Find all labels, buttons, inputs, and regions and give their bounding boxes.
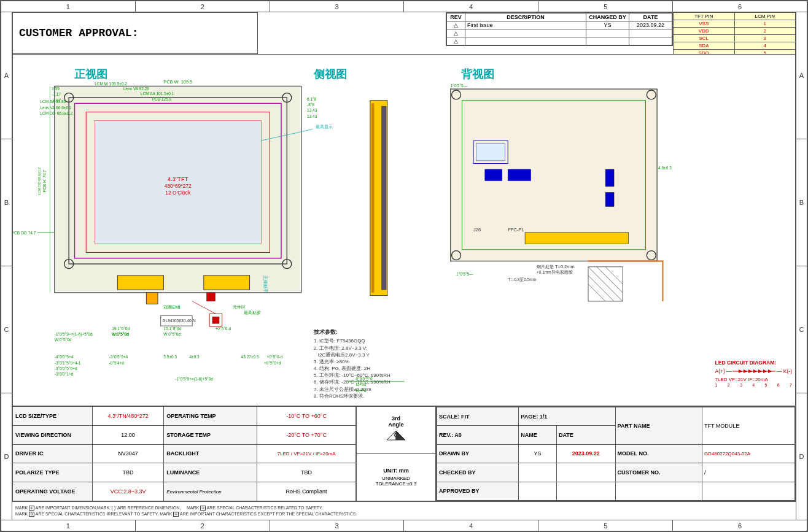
svg-text:+0°5°0-d: +0°5°0-d — [216, 326, 231, 331]
svg-rect-24 — [206, 293, 215, 301]
date-header: DATE — [556, 426, 615, 444]
svg-line-78 — [588, 276, 614, 301]
col-4-bottom: 4 — [404, 520, 538, 531]
top-ruler: 1 2 3 4 5 6 — [1, 1, 807, 12]
changed-by-row1: YS — [586, 21, 629, 29]
svg-marker-111 — [396, 431, 405, 440]
storage-temp-label: STORAGE TEMP — [164, 425, 257, 444]
svg-text:-3°0'5°9+4: -3°0'5°9+4 — [109, 355, 128, 359]
svg-text:W:0°5°0d: W:0°5°0d — [163, 332, 181, 336]
svg-text:480*69*272: 480*69*272 — [165, 183, 192, 189]
svg-text:-7.17: -7.17 — [52, 92, 61, 96]
checked-date — [556, 463, 615, 482]
svg-text:Id+Fd: Id+Fd — [355, 388, 366, 393]
svg-text:3.5±0.3: 3.5±0.3 — [163, 355, 177, 359]
svg-text:最高粘胶: 最高粘胶 — [244, 310, 261, 315]
desc-row3 — [465, 37, 586, 45]
svg-text:-1°0'5°9+=(1-6)+5°0d: -1°0'5°9+=(1-6)+5°0d — [55, 332, 93, 337]
col-2-bottom: 2 — [136, 520, 270, 531]
col-5-bottom: 5 — [538, 520, 673, 531]
svg-rect-58 — [371, 103, 375, 292]
svg-text:+0°5°0+d: +0°5°0+d — [264, 361, 281, 365]
footer-note-text: MARK ① ARE IMPORTANT DIMENSION,MARK '( )… — [15, 505, 357, 517]
col-3-bottom: 3 — [270, 520, 405, 531]
desc-row2 — [465, 29, 586, 37]
svg-text:-3°0'0°5°0+d: -3°0'0°5°0+d — [55, 366, 77, 371]
lcm-pin-header: LCM PIN — [735, 13, 796, 20]
part-name-label: PART NAME — [615, 407, 702, 445]
angle-label: 3rd — [381, 415, 411, 422]
part-name-value: TFT MODULE — [702, 407, 794, 445]
svg-text:LCM AA 101.5±0.1: LCM AA 101.5±0.1 — [141, 91, 174, 96]
backlight-value: 7LED / VF=21V / IF=20mA — [257, 444, 356, 463]
svg-text:LCM OD 66.6±0.2: LCM OD 66.6±0.2 — [37, 168, 41, 195]
customer-approval-box: CUSTOMER APPROVAL: — [12, 12, 258, 54]
svg-rect-68 — [485, 169, 502, 181]
svg-text:19.1°6°0d: 19.1°6°0d — [112, 326, 130, 331]
angle-display: 3rd Angle — [357, 407, 435, 454]
svg-text:PCB OD 74.7: PCB OD 74.7 — [13, 231, 36, 235]
svg-rect-73 — [605, 192, 614, 206]
svg-rect-18 — [204, 276, 250, 290]
footer-note-area: MARK ① ARE IMPORTANT DIMENSION,MARK '( )… — [12, 501, 796, 520]
date-row3 — [629, 37, 672, 45]
svg-text:0°0'0°5°0: 0°0'0°5°0 — [355, 377, 373, 381]
svg-text:12 O'Clock: 12 O'Clock — [165, 190, 191, 196]
svg-rect-17 — [118, 276, 164, 290]
changed-by-row2 — [586, 29, 629, 37]
svg-text:T=-0.3至0.5mm: T=-0.3至0.5mm — [508, 277, 537, 282]
rev-row2: △ — [447, 29, 465, 37]
rev-cell: REV.: A0 — [437, 426, 519, 444]
svg-text:-4°0'0°5+4: -4°0'0°5+4 — [55, 355, 74, 359]
svg-text:13.43: 13.43 — [307, 108, 317, 112]
svg-line-77 — [605, 267, 623, 284]
svg-text:元件区: 元件区 — [233, 304, 246, 310]
svg-text:1°0'5°5—: 1°0'5°5— — [456, 272, 473, 276]
svg-rect-69 — [508, 169, 530, 181]
drawn-label: DRAWN BY — [437, 444, 519, 463]
rev-row1: △ — [447, 21, 465, 29]
revision-table: REV DESCRIPTION CHANGED BY DATE △ First … — [446, 12, 673, 46]
tolerance-label: UNMARKEDTOLERANCE:±0.3 — [376, 476, 417, 487]
col-6-top: 6 — [673, 1, 807, 12]
svg-text:正保贴手: 正保贴手 — [263, 276, 268, 293]
drawn-name: YS — [519, 444, 557, 463]
svg-text:J26: J26 — [473, 227, 481, 233]
svg-text:PCB W: 105.5: PCB W: 105.5 — [163, 79, 192, 85]
svg-text:冠圈EMI: 冠圈EMI — [163, 304, 180, 310]
svg-text:-0°9'4+d: -0°9'4+d — [109, 361, 125, 365]
svg-rect-59 — [382, 106, 386, 290]
svg-text:Lens VA 66.6±0.2: Lens VA 66.6±0.2 — [40, 106, 71, 110]
svg-text:15.1°8°0d: 15.1°8°0d — [163, 326, 181, 331]
lcd-size-value: 4.3"/TN/480*272 — [93, 407, 164, 426]
customer-no-value: / — [702, 463, 794, 482]
changed-by-row3 — [586, 37, 629, 45]
svg-text:43.27±0.5: 43.27±0.5 — [241, 355, 259, 359]
op-temp-label: OPERATING TEMP — [164, 407, 257, 426]
polarize-label: POLARIZE TYPE — [13, 463, 93, 482]
svg-text:最高显示: 最高显示 — [316, 125, 333, 129]
right-ruler: A B C D — [796, 12, 807, 520]
svg-line-76 — [597, 267, 623, 293]
svg-text:6.1°8: 6.1°8 — [307, 97, 317, 101]
luminance-label: LUMINANCE — [164, 463, 257, 482]
col-3-top: 3 — [270, 1, 405, 12]
row-c-right: C — [796, 266, 807, 393]
specs-table-area: LCD SIZE/TYPE 4.3"/TN/480*272 OPERATING … — [12, 406, 356, 501]
checked-label: CHECKED BY — [437, 463, 519, 482]
driver-ic-value: NV3047 — [93, 444, 164, 463]
svg-text:-8°8: -8°8 — [307, 102, 314, 107]
rev-row3: △ — [447, 37, 465, 45]
angle-unit-block: 3rd Angle UNIT: mm UNMARKEDTOLERANCE:±0.… — [356, 406, 436, 501]
model-no-label: MODEL NO. — [615, 444, 702, 463]
customer-no-label: CUSTOMER NO. — [615, 463, 702, 482]
svg-text:PCB 125.8: PCB 125.8 — [152, 97, 172, 101]
viewing-dir-value: 12:00 — [93, 425, 164, 444]
bottom-ruler: 1 2 3 4 5 6 — [1, 520, 807, 531]
page-cell: PAGE: 1/1 — [519, 407, 615, 426]
date-header: DATE — [629, 13, 672, 21]
svg-text:4±0.3: 4±0.3 — [189, 355, 200, 359]
svg-text:LCM W 105.5±0.2: LCM W 105.5±0.2 — [95, 82, 127, 86]
scale-cell: SCALE: FIT — [437, 407, 519, 426]
svg-text:-3°0'1°5°0+4-1: -3°0'1°5°0+4-1 — [55, 361, 81, 365]
